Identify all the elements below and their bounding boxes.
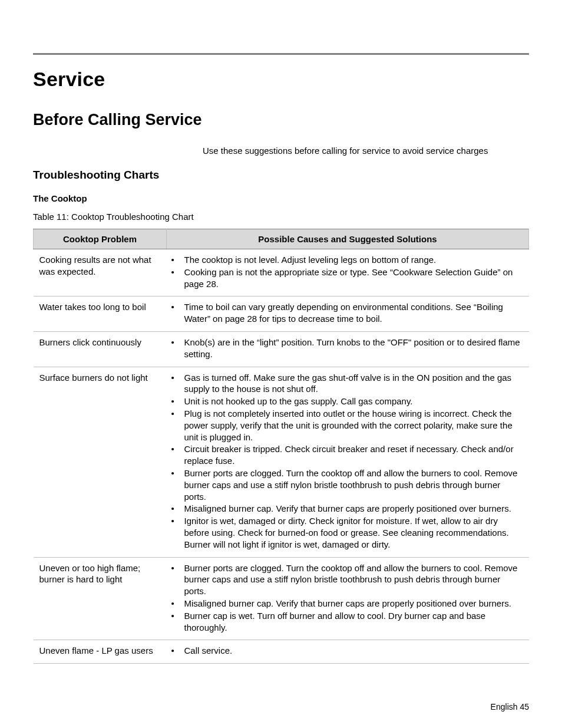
solutions-cell: The cooktop is not level. Adjust levelin… (167, 249, 529, 297)
solutions-cell: Burner ports are clogged. Turn the cookt… (167, 557, 529, 640)
table-row: Cooking results are not what was expecte… (34, 249, 529, 297)
solutions-list: Gas is turned off. Make sure the gas shu… (167, 372, 523, 551)
solutions-cell: Gas is turned off. Make sure the gas shu… (167, 367, 529, 557)
problem-cell: Burners click continuously (34, 331, 167, 367)
solution-item: Burner cap is wet. Turn off burner and a… (184, 610, 523, 634)
solution-item: The cooktop is not level. Adjust levelin… (184, 254, 523, 266)
problem-cell: Water takes too long to boil (34, 297, 167, 332)
solution-item: Call service. (184, 645, 523, 657)
problem-cell: Cooking results are not what was expecte… (34, 249, 167, 297)
solution-item: Misaligned burner cap. Verify that burne… (184, 598, 523, 610)
table-row: Burners click continuouslyKnob(s) are in… (34, 331, 529, 367)
problem-cell: Uneven or too high flame; burner is hard… (34, 557, 167, 640)
solution-item: Time to boil can vary greatly depending … (184, 301, 523, 325)
header-rule (33, 53, 529, 55)
intro-paragraph: Use these suggestions before calling for… (33, 146, 529, 156)
table-row: Surface burners do not lightGas is turne… (34, 367, 529, 557)
solution-item: Gas is turned off. Make sure the gas shu… (184, 372, 523, 396)
solution-item: Misaligned burner cap. Verify that burne… (184, 503, 523, 515)
problem-cell: Surface burners do not light (34, 367, 167, 557)
solutions-cell: Call service. (167, 640, 529, 664)
solution-item: Burner ports are clogged. Turn the cookt… (184, 467, 523, 502)
solutions-list: The cooktop is not level. Adjust levelin… (167, 254, 523, 289)
table-row: Water takes too long to boilTime to boil… (34, 297, 529, 332)
solution-item: Ignitor is wet, damaged or dirty. Check … (184, 515, 523, 550)
problem-cell: Uneven flame - LP gas users (34, 640, 167, 664)
topic-heading: The Cooktop (33, 193, 529, 203)
table-row: Uneven or too high flame; burner is hard… (34, 557, 529, 640)
page-footer: English 45 (491, 702, 529, 711)
solution-item: Cooking pan is not the appropriate size … (184, 266, 523, 290)
solution-item: Burner ports are clogged. Turn the cookt… (184, 562, 523, 597)
solutions-list: Call service. (167, 645, 523, 657)
column-header-solutions: Possible Causes and Suggested Solutions (167, 229, 529, 249)
solutions-list: Time to boil can vary greatly depending … (167, 301, 523, 325)
chapter-title: Service (33, 68, 529, 91)
solutions-list: Burner ports are clogged. Turn the cookt… (167, 562, 523, 634)
section-heading: Before Calling Service (33, 111, 529, 129)
subsection-heading: Troubleshooting Charts (33, 169, 529, 182)
troubleshooting-table: Cooktop Problem Possible Causes and Sugg… (33, 229, 529, 664)
solutions-cell: Time to boil can vary greatly depending … (167, 297, 529, 332)
table-caption: Table 11: Cooktop Troubleshooting Chart (33, 212, 529, 222)
solution-item: Circuit breaker is tripped. Check circui… (184, 443, 523, 467)
solution-item: Unit is not hooked up to the gas supply.… (184, 396, 523, 407)
column-header-problem: Cooktop Problem (34, 229, 167, 249)
solutions-cell: Knob(s) are in the “light” position. Tur… (167, 331, 529, 367)
solution-item: Plug is not completely inserted into out… (184, 408, 523, 443)
solution-item: Knob(s) are in the “light” position. Tur… (184, 337, 523, 360)
table-row: Uneven flame - LP gas usersCall service. (34, 640, 529, 664)
page-container: Service Before Calling Service Use these… (0, 0, 562, 664)
solutions-list: Knob(s) are in the “light” position. Tur… (167, 337, 523, 360)
